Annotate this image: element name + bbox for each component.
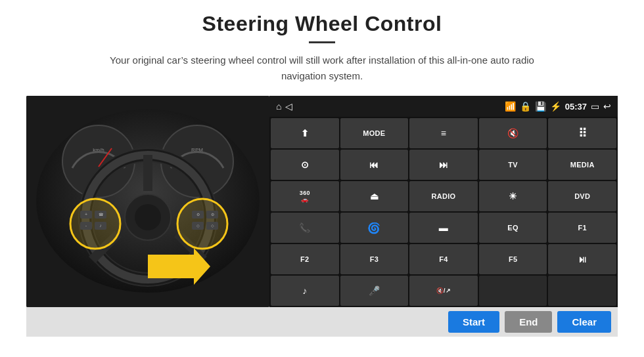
status-time: 05:37 xyxy=(565,102,587,112)
btn-menu[interactable]: ≡ xyxy=(409,118,478,148)
wifi-icon: 📶 xyxy=(505,101,516,112)
btn-tv[interactable]: TV xyxy=(479,150,547,180)
svg-text:♪: ♪ xyxy=(99,223,102,228)
status-bar: ⌂ ◁ 📶 🔒 💾 ⚡ 05:37 ▭ ↩ xyxy=(269,96,618,117)
svg-text:+: + xyxy=(85,212,87,217)
screen-icon: ▭ xyxy=(591,101,599,112)
control-panel: ⌂ ◁ 📶 🔒 💾 ⚡ 05:37 ▭ ↩ ⬆ MODE ≡ xyxy=(269,96,618,307)
btn-empty2 xyxy=(548,276,616,306)
btn-eq[interactable]: EQ xyxy=(479,213,547,243)
start-button[interactable]: Start xyxy=(448,311,499,333)
bottom-bar: Start End Clear xyxy=(26,307,618,337)
bluetooth-icon: ⚡ xyxy=(550,101,561,112)
svg-text:⚙: ⚙ xyxy=(196,213,200,217)
btn-360[interactable]: 360🚗 xyxy=(271,181,339,211)
btn-mode[interactable]: MODE xyxy=(340,118,409,148)
btn-nav[interactable]: 🌀 xyxy=(340,213,409,243)
page-title: Steering Wheel Control xyxy=(202,12,442,36)
btn-empty1 xyxy=(479,276,547,306)
btn-next[interactable]: ⏭ xyxy=(409,150,478,180)
btn-settings[interactable]: ⊙ xyxy=(271,150,339,180)
title-divider xyxy=(309,41,335,43)
sd-icon: 💾 xyxy=(535,101,546,112)
page-container: Steering Wheel Control Your original car… xyxy=(0,0,644,357)
home-icon: ⌂ xyxy=(276,101,281,112)
btn-mute[interactable]: 🔇 xyxy=(479,118,547,148)
svg-text:◇: ◇ xyxy=(196,224,200,228)
content-row: km/h RPM xyxy=(26,96,618,307)
btn-screen[interactable]: ▬ xyxy=(409,213,478,243)
lock-icon: 🔒 xyxy=(520,101,531,112)
btn-eject[interactable]: ⏏ xyxy=(340,181,409,211)
btn-f2[interactable]: F2 xyxy=(271,244,339,274)
btn-radio[interactable]: RADIO xyxy=(409,181,478,211)
btn-send[interactable]: ⬆ xyxy=(271,118,339,148)
btn-brightness[interactable]: ☀ xyxy=(479,181,547,211)
btn-f5[interactable]: F5 xyxy=(479,244,547,274)
svg-text:☎: ☎ xyxy=(99,213,104,217)
btn-mic[interactable]: 🎤 xyxy=(340,276,409,306)
btn-phone[interactable]: 📞 xyxy=(271,213,339,243)
btn-f1[interactable]: F1 xyxy=(548,213,616,243)
button-grid: ⬆ MODE ≡ 🔇 ⠿ ⊙ ⏮ ⏭ TV MEDIA 360🚗 ⏏ RADIO… xyxy=(269,117,618,307)
btn-media[interactable]: MEDIA xyxy=(548,150,616,180)
nav-icon: ◁ xyxy=(285,101,292,112)
end-button[interactable]: End xyxy=(505,311,552,333)
btn-playpause[interactable]: ⏯ xyxy=(548,244,616,274)
steering-wheel-image: km/h RPM xyxy=(26,96,269,307)
btn-f4[interactable]: F4 xyxy=(409,244,478,274)
btn-prev[interactable]: ⏮ xyxy=(340,150,409,180)
svg-text:⚙: ⚙ xyxy=(211,213,214,217)
svg-point-14 xyxy=(135,204,161,230)
clear-button[interactable]: Clear xyxy=(557,311,611,333)
btn-vol-call[interactable]: 🔇/↗ xyxy=(409,276,478,306)
btn-apps[interactable]: ⠿ xyxy=(548,118,616,148)
back-icon: ↩ xyxy=(603,101,611,112)
btn-music[interactable]: ♪ xyxy=(271,276,339,306)
status-bar-right: 📶 🔒 💾 ⚡ 05:37 ▭ ↩ xyxy=(505,101,611,112)
btn-dvd[interactable]: DVD xyxy=(548,181,616,211)
svg-text:◇: ◇ xyxy=(211,224,214,228)
btn-f3[interactable]: F3 xyxy=(340,244,409,274)
page-subtitle: Your original car’s steering wheel contr… xyxy=(92,52,552,84)
status-bar-left: ⌂ ◁ xyxy=(276,101,292,112)
